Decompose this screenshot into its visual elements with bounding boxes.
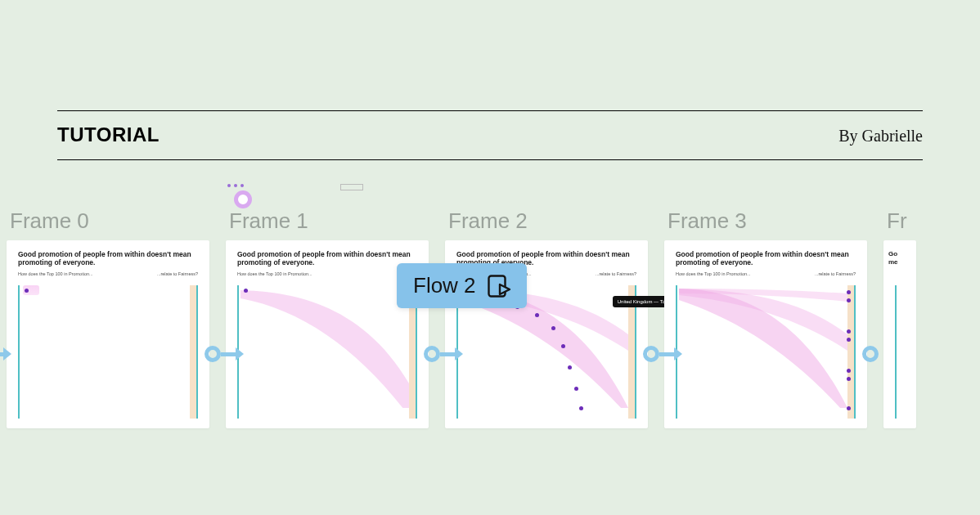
card-sub-right: ...relate to Fairness? xyxy=(815,271,856,276)
card-sub-right: ...relate to Fairness? xyxy=(157,271,198,276)
frame-label: Frame 2 xyxy=(445,208,528,234)
small-outline-box xyxy=(340,184,363,190)
frame-2: Frame 2 Good promotion of people from wi… xyxy=(445,208,648,428)
card-heading: Good promotion of people from within doe… xyxy=(18,250,198,266)
frame-strip: 7 thin doesn't ...relate to Fairness? Fr… xyxy=(0,208,980,428)
frame-0: Frame 0 Good promotion of people from wi… xyxy=(7,208,209,428)
more-dots-icon xyxy=(227,184,252,187)
flow-label: Flow 2 xyxy=(413,273,476,298)
frame-edge-right: Fr Gome xyxy=(883,208,916,428)
connector-icon xyxy=(205,346,244,362)
frame-label: Frame 3 xyxy=(664,208,747,234)
page-title: TUTORIAL xyxy=(57,123,160,146)
svg-marker-1 xyxy=(500,284,510,294)
flow-shape xyxy=(676,285,867,408)
frame-card[interactable]: Good promotion of people from within doe… xyxy=(7,240,209,428)
flow-start-button[interactable]: Flow 2 xyxy=(397,263,527,308)
card-sub-right: ...relate to Fairness? xyxy=(596,271,636,276)
connector-icon xyxy=(424,346,463,362)
card-sub-left: How does the Top 100 in Promotion... xyxy=(18,271,93,276)
byline: By Gabrielle xyxy=(838,127,923,146)
frame-deco xyxy=(223,184,252,208)
magnifier-icon xyxy=(234,190,252,208)
connector-icon xyxy=(0,346,11,362)
play-frame-icon xyxy=(488,275,512,298)
frame-3: Frame 3 Good promotion of people from wi… xyxy=(664,208,867,428)
frame-label: Frame 0 xyxy=(7,208,89,234)
card-heading: Good promotion of people from within doe… xyxy=(676,250,856,266)
card-sub-left: How does the Top 100 in Promotion... xyxy=(237,271,312,276)
frame-card[interactable]: Good promotion of people from within doe… xyxy=(664,240,867,428)
frame-label: Frame 1 xyxy=(226,208,308,234)
article-header: TUTORIAL By Gabrielle xyxy=(57,110,923,160)
frame-1: Frame 1 Good promotion of people from wi… xyxy=(226,208,429,428)
connector-icon xyxy=(862,346,879,362)
card-heading-fragment: Gome xyxy=(888,250,911,266)
card-sub-left: How does the Top 100 in Promotion... xyxy=(676,271,751,276)
card-heading: Good promotion of people from within doe… xyxy=(237,250,417,266)
connector-icon xyxy=(643,346,682,362)
frame-label: Fr xyxy=(883,208,907,234)
frame-card[interactable]: Gome xyxy=(883,240,916,428)
